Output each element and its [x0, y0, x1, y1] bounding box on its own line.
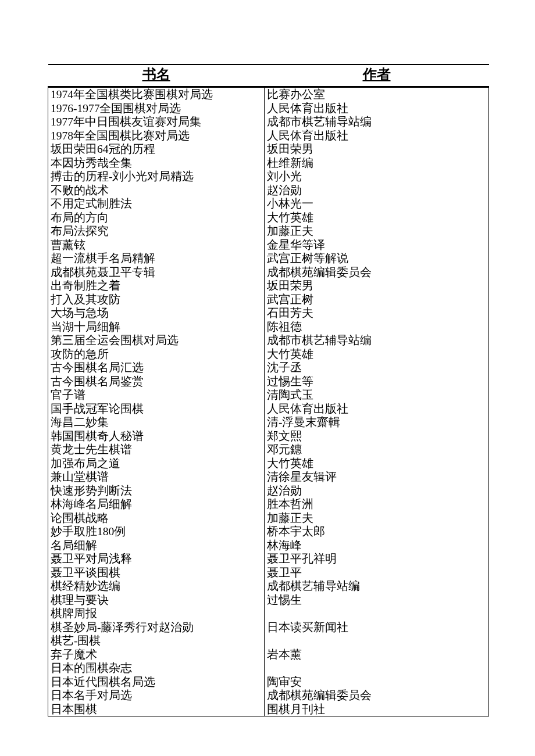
header-book: 书名 — [48, 65, 265, 87]
cell-book: 曹薰铉 — [48, 238, 265, 252]
cell-author: 武宫正树 — [265, 293, 489, 307]
cell-author: 聂卫平 — [265, 566, 489, 580]
table-row: 第三届全运会围棋对局选成都市棋艺辅导站编 — [48, 334, 489, 347]
table-row: 打入及其攻防武宫正树 — [48, 293, 489, 307]
cell-author: 坂田荣男 — [265, 279, 489, 293]
table-row: 棋牌周报 — [48, 607, 489, 621]
cell-book: 日本的围棋杂志 — [48, 661, 265, 675]
table-row: 棋理与要诀过惕生 — [48, 593, 489, 607]
cell-author: 加藤正夫 — [265, 511, 489, 525]
cell-author — [265, 634, 489, 648]
cell-book: 国手战冠军论围棋 — [48, 402, 265, 416]
table-row: 古今围棋名局鉴赏过惕生等 — [48, 375, 489, 389]
cell-author: 过惕生等 — [265, 375, 489, 389]
table-row: 兼山堂棋谱清徐星友辑评 — [48, 470, 489, 484]
cell-author: 金星华等译 — [265, 238, 489, 252]
cell-book: 林海峰名局细解 — [48, 497, 265, 511]
cell-book: 1977年中日围棋友谊赛对局集 — [48, 115, 265, 129]
table-row: 韩国围棋奇人秘谱郑文熙 — [48, 429, 489, 443]
cell-book: 弃子魔术 — [48, 648, 265, 662]
table-row: 黄龙士先生棋谱邓元鏸 — [48, 443, 489, 457]
table-row: 弃子魔术岩本薰 — [48, 648, 489, 662]
cell-book: 坂田荣田64冠的历程 — [48, 142, 265, 156]
cell-book: 当湖十局细解 — [48, 320, 265, 334]
cell-author: 清-浮曼末齋輯 — [265, 415, 489, 429]
cell-author: 人民体育出版社 — [265, 102, 489, 116]
cell-author — [265, 661, 489, 675]
cell-author: 大竹英雄 — [265, 211, 489, 225]
cell-author: 石田芳夫 — [265, 306, 489, 320]
cell-book: 官子谱 — [48, 388, 265, 402]
cell-book: 论围棋战略 — [48, 511, 265, 525]
cell-author: 围棋月刊社 — [265, 703, 489, 716]
cell-book: 攻防的急所 — [48, 347, 265, 361]
cell-author: 成都棋苑编辑委员会 — [265, 689, 489, 703]
cell-author: 大竹英雄 — [265, 457, 489, 471]
cell-book: 搏击的历程-刘小光对局精选 — [48, 170, 265, 184]
cell-book: 聂卫平对局浅释 — [48, 552, 265, 566]
table-header-row: 书名 作者 — [48, 65, 489, 87]
cell-book: 棋艺-围棋 — [48, 634, 265, 648]
table-row: 日本近代围棋名局选陶审安 — [48, 675, 489, 689]
cell-author: 成都市棋艺辅导站编 — [265, 334, 489, 347]
cell-book: 韩国围棋奇人秘谱 — [48, 429, 265, 443]
table-row: 快速形势判断法赵治勋 — [48, 484, 489, 498]
cell-author: 清陶式玉 — [265, 388, 489, 402]
cell-author: 人民体育出版社 — [265, 129, 489, 143]
table-row: 聂卫平谈围棋聂卫平 — [48, 566, 489, 580]
table-row: 日本围棋围棋月刊社 — [48, 703, 489, 716]
cell-book: 棋经精妙选编 — [48, 579, 265, 593]
table-row: 国手战冠军论围棋人民体育出版社 — [48, 402, 489, 416]
table-row: 布局的方向大竹英雄 — [48, 211, 489, 225]
cell-author: 郑文熙 — [265, 429, 489, 443]
table-row: 官子谱清陶式玉 — [48, 388, 489, 402]
header-author: 作者 — [265, 65, 489, 87]
table-row: 名局细解林海峰 — [48, 539, 489, 553]
table-row: 棋经精妙选编成都棋艺辅导站编 — [48, 579, 489, 593]
table-row: 聂卫平对局浅释聂卫平孔祥明 — [48, 552, 489, 566]
table-row: 古今围棋名局汇选沈子丞 — [48, 361, 489, 375]
table-row: 棋圣妙局-藤泽秀行对赵治勋日本读买新闻社 — [48, 621, 489, 635]
book-table: 书名 作者 1974年全国棋类比赛围棋对局选比赛办公室1976-1977全国围棋… — [48, 64, 489, 716]
cell-author: 成都棋苑编辑委员会 — [265, 266, 489, 280]
table-row: 1974年全国棋类比赛围棋对局选比赛办公室 — [48, 87, 489, 102]
cell-author: 小林光一 — [265, 197, 489, 211]
cell-author: 人民体育出版社 — [265, 402, 489, 416]
cell-book: 兼山堂棋谱 — [48, 470, 265, 484]
cell-book: 成都棋苑聂卫平专辑 — [48, 266, 265, 280]
table-row: 坂田荣田64冠的历程坂田荣男 — [48, 142, 489, 156]
cell-author: 沈子丞 — [265, 361, 489, 375]
cell-author: 武宫正树等解说 — [265, 252, 489, 266]
table-row: 成都棋苑聂卫平专辑成都棋苑编辑委员会 — [48, 266, 489, 280]
document-page: 书名 作者 1974年全国棋类比赛围棋对局选比赛办公室1976-1977全国围棋… — [0, 0, 535, 716]
cell-author: 杜维新编 — [265, 156, 489, 170]
table-row: 日本名手对局选成都棋苑编辑委员会 — [48, 689, 489, 703]
cell-book: 大场与急场 — [48, 306, 265, 320]
table-row: 曹薰铉金星华等译 — [48, 238, 489, 252]
cell-book: 超一流棋手名局精解 — [48, 252, 265, 266]
table-row: 妙手取胜180例桥本宇太郎 — [48, 525, 489, 539]
cell-book: 棋圣妙局-藤泽秀行对赵治勋 — [48, 621, 265, 635]
table-row: 海昌二妙集清-浮曼末齋輯 — [48, 415, 489, 429]
table-row: 论围棋战略加藤正夫 — [48, 511, 489, 525]
table-row: 棋艺-围棋 — [48, 634, 489, 648]
cell-author: 清徐星友辑评 — [265, 470, 489, 484]
cell-book: 海昌二妙集 — [48, 415, 265, 429]
cell-author: 胜本哲洲 — [265, 497, 489, 511]
cell-book: 名局细解 — [48, 539, 265, 553]
cell-author: 赵治勋 — [265, 484, 489, 498]
table-row: 本因坊秀哉全集杜维新编 — [48, 156, 489, 170]
cell-author: 岩本薰 — [265, 648, 489, 662]
table-row: 攻防的急所大竹英雄 — [48, 347, 489, 361]
cell-book: 日本近代围棋名局选 — [48, 675, 265, 689]
cell-book: 日本围棋 — [48, 703, 265, 716]
cell-author: 聂卫平孔祥明 — [265, 552, 489, 566]
cell-book: 打入及其攻防 — [48, 293, 265, 307]
table-row: 不用定式制胜法小林光一 — [48, 197, 489, 211]
table-row: 加强布局之道大竹英雄 — [48, 457, 489, 471]
cell-author: 过惕生 — [265, 593, 489, 607]
cell-book: 黄龙士先生棋谱 — [48, 443, 265, 457]
table-row: 超一流棋手名局精解武宫正树等解说 — [48, 252, 489, 266]
cell-author: 比赛办公室 — [265, 87, 489, 102]
cell-author: 邓元鏸 — [265, 443, 489, 457]
